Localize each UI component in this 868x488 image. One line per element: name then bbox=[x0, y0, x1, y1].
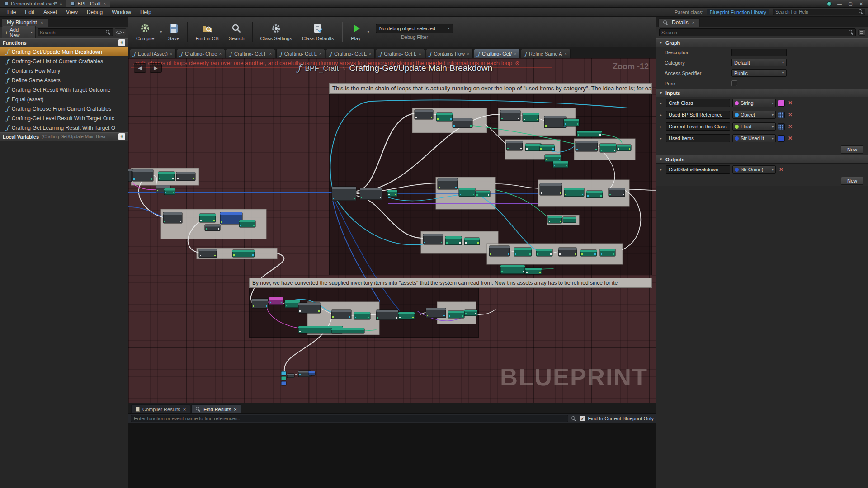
doc-tab-current[interactable]: ƒCrafting- Get/× bbox=[474, 49, 520, 58]
expander-icon[interactable]: ▸ bbox=[660, 125, 664, 129]
outputs-section-header[interactable]: ▼ Outputs bbox=[656, 155, 868, 164]
input-name-field[interactable]: Used Items bbox=[666, 134, 730, 142]
view-options-button[interactable]: ▾ bbox=[115, 28, 126, 36]
comment-header-assets[interactable]: By now, we have converted the supplied i… bbox=[249, 278, 652, 288]
close-icon[interactable]: × bbox=[183, 407, 186, 412]
tab-details[interactable]: Details × bbox=[658, 18, 700, 27]
new-output-button[interactable]: New bbox=[841, 177, 863, 185]
close-icon[interactable]: × bbox=[104, 1, 106, 6]
expander-icon[interactable]: ▸ bbox=[660, 136, 664, 141]
doc-tab[interactable]: ƒCrafting- Get L× bbox=[376, 49, 425, 58]
category-dropdown[interactable]: Default ▾ bbox=[731, 59, 787, 66]
remove-input-button[interactable]: ✕ bbox=[787, 100, 793, 106]
output-name-field[interactable]: CraftStatusBreakdown bbox=[666, 165, 730, 174]
blueprint-search-input[interactable] bbox=[40, 30, 104, 35]
function-item[interactable]: ƒContains How Many bbox=[0, 66, 128, 75]
access-specifier-dropdown[interactable]: Public ▾ bbox=[731, 69, 787, 77]
breadcrumb-root[interactable]: BPF_Craft bbox=[305, 65, 339, 73]
input-type-dropdown[interactable]: Object▾ bbox=[732, 111, 776, 119]
details-search-input[interactable] bbox=[661, 30, 847, 35]
graph-nodes-and-wires[interactable] bbox=[128, 58, 656, 403]
doc-tab[interactable]: ƒRefine Same A× bbox=[521, 49, 570, 58]
doc-tab[interactable]: ƒContains How× bbox=[426, 49, 473, 58]
close-icon[interactable]: × bbox=[234, 407, 236, 412]
inputs-section-header[interactable]: ▼ Inputs bbox=[656, 89, 868, 97]
close-icon[interactable]: × bbox=[269, 52, 272, 56]
functions-section-header[interactable]: Functions + bbox=[0, 38, 128, 47]
function-item[interactable]: ƒCrafting-Get/Update Main Breakdown bbox=[0, 47, 128, 56]
function-item[interactable]: ƒCrafting-Get Result With Target Outcome bbox=[0, 85, 128, 94]
array-toggle-icon[interactable] bbox=[778, 112, 785, 118]
doc-tab[interactable]: ƒCrafting- Choc× bbox=[177, 49, 225, 58]
menu-asset[interactable]: Asset bbox=[39, 8, 61, 16]
doc-tab[interactable]: ƒCrafting- Get L× bbox=[326, 49, 375, 58]
search-button[interactable]: Search bbox=[225, 21, 249, 43]
doc-tab[interactable]: ƒEqual (Asset)× bbox=[130, 49, 176, 58]
nav-forward-button[interactable]: ▶ bbox=[150, 63, 162, 73]
blueprint-graph-canvas[interactable]: ...with chains of loops cleverly ran ove… bbox=[128, 58, 656, 403]
doc-tab[interactable]: ƒCrafting- Get F× bbox=[226, 49, 275, 58]
input-type-dropdown[interactable]: Str Used It▾ bbox=[732, 134, 776, 142]
help-search-input[interactable] bbox=[773, 9, 865, 15]
checkbox-checked-icon[interactable]: ✓ bbox=[580, 416, 585, 422]
find-references-input[interactable] bbox=[131, 415, 568, 422]
minimize-button[interactable]: — bbox=[836, 1, 843, 6]
play-options-chevron-icon[interactable]: ▾ bbox=[368, 30, 369, 34]
menu-view[interactable]: View bbox=[61, 8, 82, 16]
input-name-field[interactable]: Used BP Self Reference bbox=[666, 111, 730, 119]
close-icon[interactable]: × bbox=[60, 1, 62, 6]
menu-help[interactable]: Help bbox=[136, 8, 156, 16]
remove-output-button[interactable]: ✕ bbox=[778, 166, 784, 173]
compile-button[interactable]: Compile bbox=[132, 21, 158, 43]
maximize-button[interactable]: ▢ bbox=[847, 1, 854, 6]
find-in-cb-button[interactable]: Find in CB bbox=[191, 21, 222, 43]
tab-find-results[interactable]: Find Results × bbox=[191, 404, 241, 413]
close-icon[interactable]: × bbox=[319, 52, 321, 56]
doc-tab[interactable]: ƒCrafting- Get L× bbox=[276, 49, 325, 58]
input-name-field[interactable]: Current Level in this Class bbox=[666, 122, 730, 131]
find-in-current-blueprint-toggle[interactable]: ✓ Find In Current Blueprint Only bbox=[580, 416, 654, 422]
function-item[interactable]: ƒEqual (asset) bbox=[0, 94, 128, 104]
close-icon[interactable]: × bbox=[467, 52, 469, 56]
menu-edit[interactable]: Edit bbox=[20, 8, 39, 16]
remove-input-button[interactable]: ✕ bbox=[787, 112, 793, 118]
close-icon[interactable]: × bbox=[514, 52, 516, 56]
expander-icon[interactable]: ▸ bbox=[660, 101, 664, 105]
close-icon[interactable]: × bbox=[170, 52, 172, 56]
parent-class-link[interactable]: Blueprint Function Library bbox=[707, 9, 769, 15]
menu-window[interactable]: Window bbox=[107, 8, 136, 16]
close-icon[interactable]: × bbox=[369, 52, 371, 56]
close-icon[interactable]: × bbox=[564, 52, 566, 56]
debug-object-dropdown[interactable]: No debug object selected ▾ bbox=[376, 24, 453, 33]
class-defaults-button[interactable]: Class Defaults bbox=[298, 21, 338, 43]
add-new-button[interactable]: + Add New ▾ bbox=[2, 26, 36, 39]
comment-header-main-chain[interactable]: This is the main chain of loops that is … bbox=[329, 83, 652, 94]
graph-section-header[interactable]: ▼ Graph bbox=[656, 38, 868, 47]
remove-input-button[interactable]: ✕ bbox=[787, 123, 793, 130]
function-item[interactable]: ƒCrafting-Choose From Current Craftables bbox=[0, 104, 128, 113]
function-item[interactable]: ƒCrafting-Get List of Current Craftables bbox=[0, 56, 128, 66]
play-button[interactable]: Play bbox=[346, 21, 366, 43]
function-item[interactable]: ƒRefine Same Assets bbox=[0, 75, 128, 85]
close-icon[interactable]: × bbox=[419, 52, 421, 56]
new-input-button[interactable]: New bbox=[841, 145, 863, 154]
function-item[interactable]: ƒCrafting-Get Learning Result With Targe… bbox=[0, 123, 128, 132]
tab-compiler-results[interactable]: Compiler Results × bbox=[131, 404, 190, 413]
function-item[interactable]: ƒCrafting-Get Level Result With Target O… bbox=[0, 113, 128, 123]
compile-options-chevron-icon[interactable]: ▾ bbox=[160, 30, 162, 34]
input-name-field[interactable]: Craft Class bbox=[666, 99, 730, 107]
add-function-button[interactable]: + bbox=[118, 39, 125, 46]
menu-file[interactable]: File bbox=[3, 8, 20, 16]
add-local-variable-button[interactable]: + bbox=[118, 133, 125, 140]
remove-input-button[interactable]: ✕ bbox=[787, 135, 793, 141]
output-type-dropdown[interactable]: Str Omni (▾ bbox=[732, 165, 776, 174]
nav-back-button[interactable]: ◀ bbox=[134, 63, 146, 73]
array-toggle-icon[interactable] bbox=[778, 123, 785, 130]
pure-checkbox[interactable] bbox=[731, 80, 737, 86]
expander-icon[interactable]: ▸ bbox=[660, 168, 664, 172]
local-variables-header[interactable]: Local Variables (Crafting-Get/Update Mai… bbox=[0, 132, 128, 141]
expander-icon[interactable]: ▸ bbox=[660, 113, 664, 117]
close-icon[interactable]: × bbox=[692, 20, 695, 25]
window-tab-level[interactable]: DemonstrationLevel* × bbox=[0, 0, 66, 7]
close-window-button[interactable]: ✕ bbox=[858, 1, 864, 6]
